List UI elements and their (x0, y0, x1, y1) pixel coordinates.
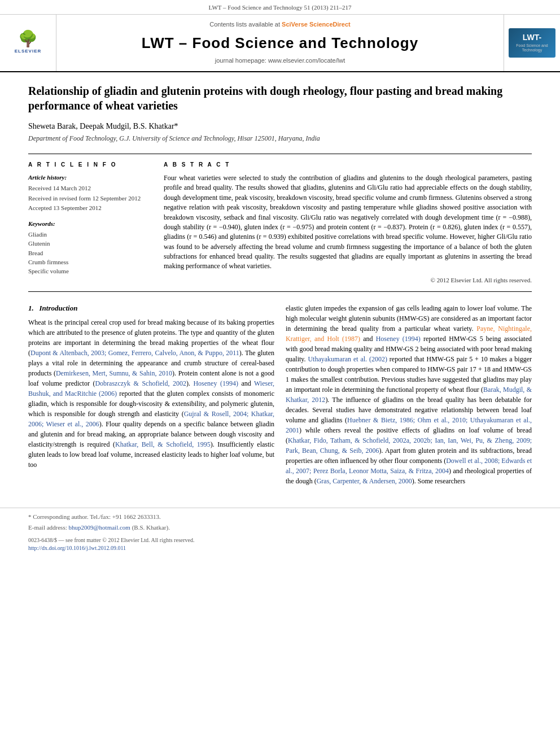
journal-citation-bar: LWT – Food Science and Technology 51 (20… (0, 0, 560, 15)
abstract-label: A B S T R A C T (164, 161, 532, 169)
affiliation: Department of Food Technology, G.J. Univ… (28, 134, 532, 143)
received-revised: Received in revised form 12 September 20… (28, 194, 152, 203)
keyword-3: Bread (28, 249, 152, 257)
see-front-matter: — see front matter © 2012 Elsevier Ltd. … (59, 537, 195, 543)
journal-badge-area: LWT- Food Science and Technology (504, 15, 560, 71)
email-link[interactable]: bhup2009@hotmail.com (68, 524, 130, 531)
abstract-text: Four wheat varieties were selected to st… (164, 173, 532, 272)
intro-number: 1. (28, 304, 34, 312)
issn-text: 0023-6438/$ (28, 537, 57, 543)
keyword-4: Crumb firmness (28, 258, 152, 267)
ref-dupont[interactable]: Dupont & Altenbach, 2003; Gomez, Ferrero… (30, 349, 239, 357)
accepted-date: Accepted 13 September 2012 (28, 204, 152, 212)
sciverse-line: Contents lists available at SciVerse Sci… (209, 20, 351, 29)
journal-citation: LWT – Food Science and Technology 51 (20… (209, 4, 352, 11)
elsevier-logo-area: 🌳 ELSEVIER (0, 15, 56, 71)
footer-left: 0023-6438/$ — see front matter © 2012 El… (28, 536, 194, 552)
elsevier-logo: 🌳 ELSEVIER (15, 31, 42, 54)
article-info-label: A R T I C L E I N F O (28, 161, 152, 169)
body-columns: 1. Introduction Wheat is the principal c… (28, 303, 532, 491)
ref-gras[interactable]: Gras, Carpenter, & Andersen, 2000 (317, 477, 412, 485)
ref-hoseney2[interactable]: Hoseney (1994) (376, 335, 421, 343)
ref-barak[interactable]: Barak, Mudgil, & Khatkar, 2012 (286, 386, 532, 404)
ref-dowell[interactable]: Dowell et al., 2008; Edwards et al., 200… (286, 457, 532, 475)
abstract-column: A B S T R A C T Four wheat varieties wer… (164, 161, 532, 285)
ref-huebner[interactable]: Huebner & Bietz, 1986; Ohm et al., 2010;… (286, 416, 532, 434)
doi-line: http://dx.doi.org/10.1016/j.lwt.2012.09.… (28, 544, 194, 552)
intro-paragraph-1: Wheat is the principal cereal crop used … (28, 317, 274, 470)
footer-bottom: 0023-6438/$ — see front matter © 2012 El… (28, 536, 532, 552)
email-suffix: (B.S. Khatkar). (132, 524, 170, 531)
intro-paragraph-2: elastic gluten impedes the expansion of … (286, 303, 532, 486)
ref-demirkesen[interactable]: Demirkesen, Mert, Sumnu, & Sahin, 2010 (56, 369, 172, 377)
journal-header: 🌳 ELSEVIER Contents lists available at S… (0, 15, 560, 72)
email-label: E-mail address: (28, 524, 67, 531)
ref-khatkar[interactable]: Khatkar, Bell, & Schofield, 1995 (115, 440, 211, 448)
ref-gujral[interactable]: Gujral & Rosell, 2004; Khatkar, 2006; Wi… (28, 410, 274, 428)
ref-khatkar2002[interactable]: Khatkar, Fido, Tatham, & Schofield, 2002… (286, 436, 532, 455)
article-info-column: A R T I C L E I N F O Article history: R… (28, 161, 152, 285)
ref-uthaya[interactable]: Uthayakumaran et al. (2002) (308, 355, 387, 363)
issn-line: 0023-6438/$ — see front matter © 2012 El… (28, 536, 194, 544)
article-title: Relationship of gliadin and glutenin pro… (28, 84, 532, 113)
lwt-badge-subtext: Food Science and Technology (514, 43, 550, 53)
journal-homepage: journal homepage: www.elsevier.com/locat… (215, 56, 345, 65)
corresponding-label: * Corresponding author. Tel./fax: +91 16… (28, 513, 161, 520)
ref-hoseney[interactable]: Hoseney (1994) (193, 379, 238, 387)
corresponding-author-note: * Corresponding author. Tel./fax: +91 16… (28, 513, 532, 521)
authors: Sheweta Barak, Deepak Mudgil, B.S. Khatk… (28, 121, 532, 132)
copyright: © 2012 Elsevier Ltd. All rights reserved… (164, 276, 532, 285)
keyword-5: Specific volume (28, 267, 152, 276)
keyword-1: Gliadin (28, 230, 152, 239)
ref-dobraszczyk[interactable]: Dobraszczyk & Schofield, 2002 (95, 379, 186, 387)
page-container: LWT – Food Science and Technology 51 (20… (0, 0, 560, 557)
body-left-column: 1. Introduction Wheat is the principal c… (28, 303, 274, 491)
history-label: Article history: (28, 173, 152, 182)
journal-title: LWT – Food Science and Technology (142, 33, 418, 53)
homepage-label: journal homepage: www.elsevier.com/locat… (215, 57, 345, 64)
page-footer: * Corresponding author. Tel./fax: +91 16… (0, 508, 560, 557)
keyword-2: Glutenin (28, 239, 152, 248)
sciverse-link[interactable]: SciVerse ScienceDirect (282, 21, 351, 28)
received-date: Received 14 March 2012 (28, 184, 152, 193)
journal-header-center: Contents lists available at SciVerse Sci… (56, 15, 504, 71)
introduction-heading: 1. Introduction (28, 303, 274, 314)
doi-link[interactable]: http://dx.doi.org/10.1016/j.lwt.2012.09.… (28, 545, 126, 551)
keywords-label: Keywords: (28, 220, 152, 228)
lwt-badge: LWT- Food Science and Technology (509, 28, 555, 58)
main-content: Relationship of gliadin and glutenin pro… (0, 72, 560, 503)
intro-title: Introduction (40, 304, 78, 312)
lwt-badge-text: LWT- (523, 33, 541, 42)
elsevier-text: ELSEVIER (15, 48, 42, 54)
article-info-abstract: A R T I C L E I N F O Article history: R… (28, 154, 532, 292)
sciverse-prefix: Contents lists available at (209, 21, 282, 28)
elsevier-tree-icon: 🌳 (18, 31, 38, 47)
body-right-column: elastic gluten impedes the expansion of … (286, 303, 532, 491)
email-line: E-mail address: bhup2009@hotmail.com (B.… (28, 523, 532, 532)
